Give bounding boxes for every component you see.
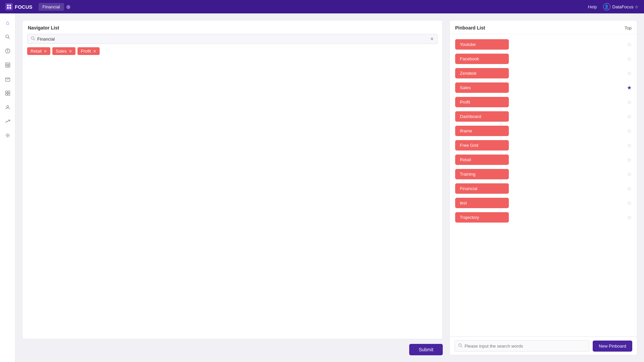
submit-row: Submit [22,339,443,355]
star-sales[interactable]: ★ [627,84,632,91]
svg-rect-9 [5,63,10,67]
sidebar-item-user[interactable] [2,102,13,113]
star-training[interactable]: ☆ [627,171,632,177]
pinboard-item-youtube[interactable]: Youtube [455,39,509,50]
tag-sales: Sales ✕ [52,47,75,55]
sidebar-item-inbox[interactable] [2,74,13,84]
tag-profit-close[interactable]: ✕ [93,49,96,54]
search-icon [31,36,35,42]
star-profit[interactable]: ☆ [627,99,632,105]
pinboard-item-sales[interactable]: Sales [455,82,509,93]
help-button[interactable]: Help [588,4,597,9]
logo-icon [5,3,13,10]
user-label: DataFocus ☆ [612,4,639,9]
pinboard-title: Pinboard List [455,25,485,31]
main-layout: ⌂ [0,13,644,362]
svg-rect-0 [7,5,9,6]
pinboard-item-test[interactable]: test [455,198,509,208]
star-retail[interactable]: ☆ [627,157,632,163]
pinboard-footer: New Pinboard [450,337,637,355]
svg-rect-18 [8,94,10,96]
svg-rect-17 [5,94,7,96]
svg-point-20 [7,135,8,136]
pinboard-header: Pinboard List Top [450,20,637,34]
navigator-search-input[interactable] [37,37,428,42]
submit-button[interactable]: Submit [409,344,443,355]
search-clear-button[interactable]: ✕ [430,36,434,42]
user-menu[interactable]: 👤 DataFocus ☆ [603,3,639,10]
tags-row: Retail ✕ Sales ✕ Profit ✕ [22,47,442,59]
star-financial[interactable]: ☆ [627,185,632,192]
pinboard-item-trajectory[interactable]: Trajectory [455,212,509,223]
app-logo: FOCUS [5,3,33,10]
star-zendesk[interactable]: ☆ [627,70,632,76]
sidebar-item-settings[interactable] [2,130,13,141]
svg-rect-2 [7,7,9,9]
svg-point-19 [7,106,9,108]
pinboard-top-label[interactable]: Top [625,25,632,31]
pinboard-item-zendesk[interactable]: Zendesk [455,68,509,78]
pinboard-list: Youtube ☆ Facebook ☆ Zendesk ☆ Sales ★ P… [450,34,637,337]
pinboard-item-profit[interactable]: Profit [455,97,509,107]
sidebar-item-table[interactable] [2,60,13,70]
pinboard-item-facebook[interactable]: Facebook [455,54,509,64]
active-tab[interactable]: Financial [39,3,64,11]
pinboard-search-input[interactable] [465,344,586,349]
sidebar-item-analytics[interactable] [2,116,13,127]
svg-line-24 [461,346,463,348]
list-item: Iframe ☆ [455,124,632,138]
navigator-panel: Navigator List ✕ Retail ✕ Sales [22,20,443,339]
star-trajectory[interactable]: ☆ [627,214,632,221]
add-tab-button[interactable]: ⊕ [66,4,70,10]
svg-line-5 [8,38,10,39]
svg-point-21 [32,37,34,40]
app-name: FOCUS [15,4,33,10]
list-item: test ☆ [455,196,632,210]
pinboard-search-box [454,340,589,352]
svg-rect-1 [9,5,11,6]
list-item: Retail ☆ [455,153,632,167]
star-iframe[interactable]: ☆ [627,128,632,134]
pinboard-item-training[interactable]: Training [455,169,509,179]
sidebar-item-grid[interactable] [2,88,13,99]
new-pinboard-button[interactable]: New Pinboard [593,341,632,352]
star-facebook[interactable]: ☆ [627,56,632,62]
list-item: Dashboard ☆ [455,110,632,123]
pinboard-item-freegrid[interactable]: Free Grid [455,140,509,150]
topbar: FOCUS Financial ⊕ Help 👤 DataFocus ☆ [0,0,644,13]
sidebar-item-search[interactable] [2,32,13,42]
star-dashboard[interactable]: ☆ [627,113,632,120]
search-icon [458,343,463,349]
user-avatar-icon: 👤 [603,3,610,10]
svg-point-8 [7,50,8,50]
list-item: Zendesk ☆ [455,66,632,80]
tag-retail-label: Retail [31,49,42,54]
svg-point-23 [459,344,462,347]
svg-line-22 [34,39,35,41]
tag-retail-close[interactable]: ✕ [44,49,47,54]
list-item: Sales ★ [455,81,632,95]
pinboard-item-dashboard[interactable]: Dashboard [455,111,509,122]
star-test[interactable]: ☆ [627,200,632,206]
list-item: Facebook ☆ [455,52,632,66]
pinboard-panel: Pinboard List Top Youtube ☆ Facebook ☆ Z… [449,20,637,355]
main-content: Navigator List ✕ Retail ✕ Sales [15,13,449,362]
tag-sales-close[interactable]: ✕ [69,49,72,54]
list-item: Trajectory ☆ [455,210,632,224]
pinboard-item-iframe[interactable]: Iframe [455,126,509,136]
tag-sales-label: Sales [56,49,67,54]
sidebar-item-info[interactable] [2,46,13,56]
pinboard-item-retail[interactable]: Retail [455,155,509,165]
tag-retail: Retail ✕ [27,47,50,55]
sidebar-item-home[interactable]: ⌂ [2,17,13,28]
tag-profit: Profit ✕ [77,47,100,55]
star-youtube[interactable]: ☆ [627,41,632,48]
topbar-right: Help 👤 DataFocus ☆ [588,3,639,10]
navigator-title: Navigator List [22,20,442,34]
svg-rect-3 [9,7,11,9]
list-item: Free Grid ☆ [455,138,632,152]
pinboard-item-financial[interactable]: Financial [455,183,509,194]
star-freegrid[interactable]: ☆ [627,142,632,148]
svg-rect-15 [5,91,7,93]
list-item: Profit ☆ [455,95,632,109]
